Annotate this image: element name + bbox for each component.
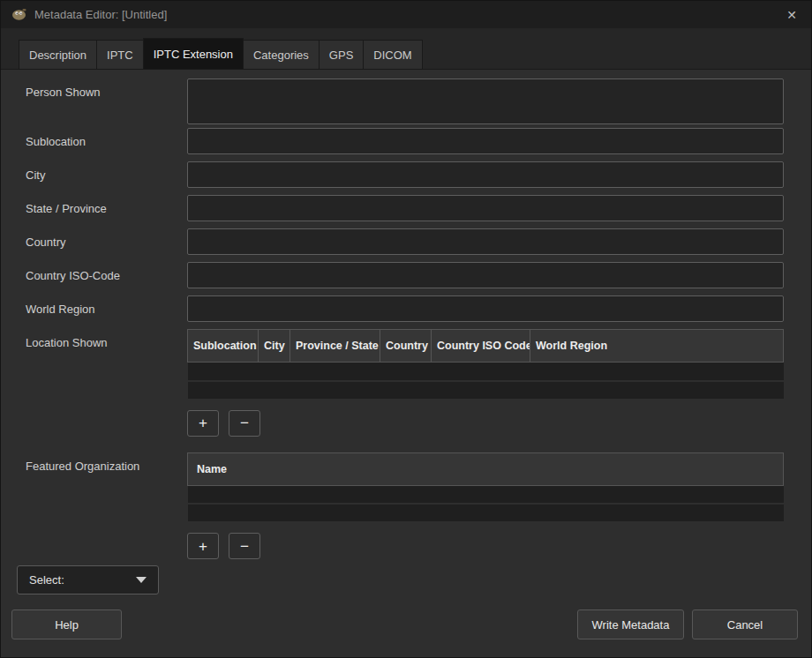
table-row[interactable] — [188, 381, 784, 400]
select-row: Select: — [1, 559, 811, 601]
city-label: City — [26, 161, 187, 182]
field-row-country: Country — [26, 228, 784, 255]
field-row-country-iso-code: Country ISO-Code — [26, 262, 784, 288]
table-cell[interactable] — [380, 363, 432, 381]
tab-strip: Description IPTC IPTC Extension Categori… — [1, 28, 811, 70]
col-header-country-iso-code[interactable]: Country ISO Code — [432, 330, 530, 363]
write-metadata-button[interactable]: Write Metadata — [577, 609, 684, 639]
field-row-featured-organization: Featured Organization Name + − — [26, 452, 784, 560]
titlebar: Metadata Editor: [Untitled] ✕ — [1, 1, 811, 28]
add-icon[interactable]: + — [187, 533, 219, 559]
sublocation-input[interactable] — [187, 128, 784, 154]
table-row[interactable] — [188, 363, 784, 381]
remove-icon[interactable]: − — [229, 410, 260, 437]
table-cell[interactable] — [290, 363, 380, 381]
field-row-city: City — [26, 161, 784, 188]
location-shown-header-row: Sublocation City Province / State Countr… — [188, 330, 784, 363]
table-cell[interactable] — [188, 381, 259, 400]
country-input[interactable] — [187, 228, 784, 255]
location-shown-actions: + − — [187, 410, 784, 437]
dialog-footer: Help Write Metadata Cancel — [1, 601, 811, 657]
field-row-person-shown: Person Shown — [26, 79, 784, 124]
table-cell[interactable] — [530, 363, 784, 381]
col-header-city[interactable]: City — [259, 330, 290, 363]
tab-description[interactable]: Description — [19, 40, 97, 69]
table-cell[interactable] — [259, 381, 290, 400]
tab-categories[interactable]: Categories — [243, 40, 320, 69]
table-row[interactable] — [188, 504, 784, 522]
featured-organization-actions: + − — [187, 533, 784, 559]
close-icon[interactable]: ✕ — [783, 7, 801, 23]
tab-iptc-extension[interactable]: IPTC Extension — [143, 38, 244, 69]
add-icon[interactable]: + — [187, 410, 219, 437]
field-row-sublocation: Sublocation — [26, 128, 784, 154]
iptc-extension-panel: Person Shown Sublocation City State / Pr… — [1, 70, 811, 559]
featured-organization-table: Name — [187, 452, 784, 524]
remove-icon[interactable]: − — [229, 533, 260, 559]
state-province-label: State / Province — [26, 195, 187, 215]
field-row-world-region: World Region — [26, 295, 784, 322]
help-button[interactable]: Help — [11, 609, 122, 639]
state-province-input[interactable] — [187, 195, 784, 221]
col-header-province-state[interactable]: Province / State — [290, 330, 380, 363]
table-cell[interactable] — [380, 381, 432, 400]
table-cell[interactable] — [290, 381, 380, 400]
col-header-name[interactable]: Name — [188, 452, 784, 485]
field-row-location-shown: Location Shown Sublocation City Province… — [26, 329, 784, 449]
select-dropdown[interactable]: Select: — [17, 565, 159, 594]
sublocation-label: Sublocation — [26, 128, 187, 148]
field-row-state-province: State / Province — [26, 195, 784, 221]
table-row[interactable] — [188, 485, 784, 504]
tab-gps[interactable]: GPS — [319, 40, 364, 69]
tab-dicom[interactable]: DICOM — [363, 40, 422, 69]
app-icon — [11, 8, 26, 21]
country-label: Country — [26, 228, 187, 249]
featured-organization-label: Featured Organization — [26, 452, 187, 473]
location-shown-table: Sublocation City Province / State Countr… — [187, 329, 784, 400]
country-iso-code-input[interactable] — [187, 262, 784, 288]
person-shown-label: Person Shown — [26, 79, 187, 99]
world-region-label: World Region — [26, 295, 187, 316]
table-cell[interactable] — [432, 363, 530, 381]
world-region-input[interactable] — [187, 295, 784, 322]
table-cell[interactable] — [259, 363, 290, 381]
chevron-down-icon — [136, 577, 147, 583]
col-header-country[interactable]: Country — [380, 330, 432, 363]
col-header-sublocation[interactable]: Sublocation — [188, 330, 259, 363]
tab-iptc[interactable]: IPTC — [96, 40, 144, 69]
table-cell[interactable] — [188, 363, 259, 381]
city-input[interactable] — [187, 161, 784, 188]
featured-organization-header-row: Name — [188, 452, 784, 485]
table-cell[interactable] — [530, 381, 784, 400]
metadata-editor-window: Metadata Editor: [Untitled] ✕ Descriptio… — [0, 0, 812, 658]
col-header-world-region[interactable]: World Region — [530, 330, 784, 363]
select-dropdown-label: Select: — [29, 573, 136, 587]
location-shown-label: Location Shown — [26, 329, 187, 349]
country-iso-code-label: Country ISO-Code — [26, 262, 187, 282]
person-shown-input[interactable] — [187, 79, 784, 124]
window-title: Metadata Editor: [Untitled] — [34, 8, 775, 21]
table-cell[interactable] — [432, 381, 530, 400]
cancel-button[interactable]: Cancel — [692, 609, 798, 639]
table-cell[interactable] — [188, 504, 784, 522]
table-cell[interactable] — [188, 485, 784, 504]
